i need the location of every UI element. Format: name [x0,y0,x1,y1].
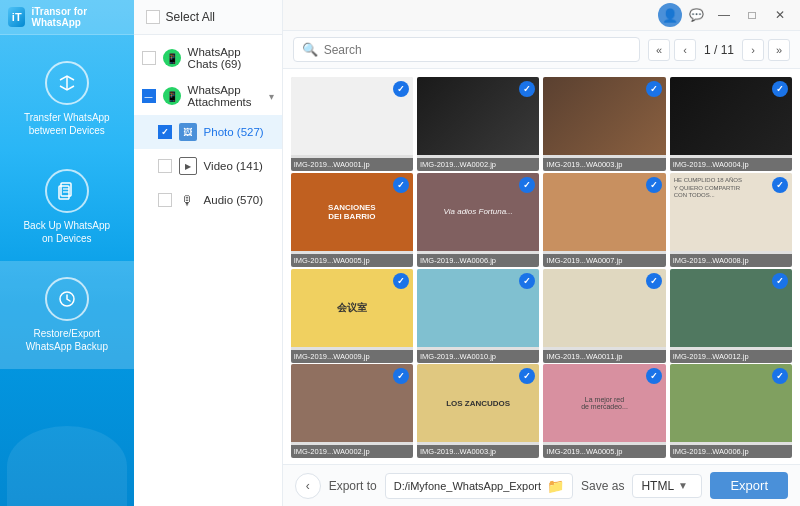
sidebar-item-backup-label: Back Up WhatsAppon Devices [23,219,110,245]
sidebar-item-backup[interactable]: Back Up WhatsAppon Devices [0,153,134,261]
photo-filename: IMG-2019...WA0009.jp [291,350,413,363]
next-page-button[interactable]: › [742,39,764,61]
main-content: 👤 💬 — □ ✕ 🔍 « ‹ 1 / 11 [283,0,800,506]
photo-filename: IMG-2019...WA0007.jp [543,254,665,267]
photo-cell[interactable]: La mejor redde mercadeo...✓IMG-2019...WA… [543,364,665,458]
message-button[interactable]: 💬 [682,4,710,26]
photo-filename: IMG-2019...WA0010.jp [417,350,539,363]
photo-check-icon[interactable]: ✓ [646,81,662,97]
sidebar-item-transfer[interactable]: Transfer WhatsAppbetween Devices [0,45,134,153]
prev-page-button[interactable]: ‹ [674,39,696,61]
photo-cell[interactable]: HE CUMPLIDO 18 AÑOSY QUIERO COMPARTIRCON… [670,173,792,267]
app-title: iTransor for WhatsApp [31,6,125,28]
photo-cell[interactable]: ✓IMG-2019...WA0011.jp [543,269,665,363]
sidebar-header: iT iTransor for WhatsApp [0,0,134,35]
photo-cell[interactable]: SANCIONESDEl BARRIO✓IMG-2019...WA0005.jp [291,173,413,267]
sidebar-brand: iT iTransor for WhatsApp [8,6,126,28]
video-label: Video (141) [204,160,274,172]
photo-cell[interactable]: ✓IMG-2019...WA0012.jp [670,269,792,363]
tree-item-attachments[interactable]: 📱 WhatsApp Attachments ▾ [134,77,282,115]
photo-check-icon[interactable]: ✓ [646,177,662,193]
photo-filename: IMG-2019...WA0006.jp [417,254,539,267]
profile-icon: 👤 [662,8,678,23]
profile-button[interactable]: 👤 [658,3,682,27]
select-all-label: Select All [166,10,215,24]
bottom-bar: ‹ Export to D:/iMyfone_WhatsApp_Export 📁… [283,464,800,506]
photo-cell[interactable]: ✓IMG-2019...WA0001.jp [291,77,413,171]
main-toolbar: 🔍 « ‹ 1 / 11 › » [283,31,800,69]
photo-cell[interactable]: ✓IMG-2019...WA0010.jp [417,269,539,363]
photo-check-icon[interactable]: ✓ [772,177,788,193]
minimize-button[interactable]: — [710,4,738,26]
video-icon: ▶ [178,156,198,176]
photo-check-icon[interactable]: ✓ [519,177,535,193]
audio-box-icon: 🎙 [179,191,197,209]
photo-check-icon[interactable]: ✓ [772,273,788,289]
photo-filename: IMG-2019...WA0006.jp [670,445,792,458]
photo-cell[interactable]: ✓IMG-2019...WA0004.jp [670,77,792,171]
whatsapp-chats-icon: 📱 [162,48,182,68]
photo-check-icon[interactable]: ✓ [772,81,788,97]
export-path-box: D:/iMyfone_WhatsApp_Export 📁 [385,473,573,499]
tree-item-video[interactable]: ▶ Video (141) [134,149,282,183]
maximize-button[interactable]: □ [738,4,766,26]
video-checkbox[interactable] [158,159,172,173]
photo-check-icon[interactable]: ✓ [646,273,662,289]
whatsapp-attach-icon: 📱 [163,87,181,105]
sidebar: iT iTransor for WhatsApp Transfer WhatsA… [0,0,134,506]
message-icon: 💬 [689,8,704,22]
photo-cell[interactable]: ✓IMG-2019...WA0006.jp [670,364,792,458]
photo-filename: IMG-2019...WA0012.jp [670,350,792,363]
sidebar-item-transfer-label: Transfer WhatsAppbetween Devices [24,111,110,137]
attachments-checkbox[interactable] [142,89,156,103]
chats-checkbox[interactable] [142,51,156,65]
save-as-dropdown[interactable]: HTML ▼ [632,474,702,498]
first-page-button[interactable]: « [648,39,670,61]
photo-cell[interactable]: ✓IMG-2019...WA0002.jp [417,77,539,171]
photo-checkbox[interactable] [158,125,172,139]
back-button[interactable]: ‹ [295,473,321,499]
last-page-button[interactable]: » [768,39,790,61]
photo-cell[interactable]: LOS ZANCUDOS✓IMG-2019...WA0003.jp [417,364,539,458]
photo-check-icon[interactable]: ✓ [646,368,662,384]
photo-check-icon[interactable]: ✓ [393,81,409,97]
tree-item-audio[interactable]: 🎙 Audio (570) [134,183,282,217]
photo-filename: IMG-2019...WA0005.jp [543,445,665,458]
transfer-icon [45,61,89,105]
restore-icon [45,277,89,321]
sidebar-item-restore[interactable]: Restore/ExportWhatsApp Backup [0,261,134,369]
photo-check-icon[interactable]: ✓ [519,273,535,289]
photo-filename: IMG-2019...WA0003.jp [543,158,665,171]
tree-header: Select All [134,0,282,35]
tree-item-photo[interactable]: 🖼 Photo (527) [134,115,282,149]
save-as-label: Save as [581,479,624,493]
photo-cell[interactable]: ✓IMG-2019...WA0003.jp [543,77,665,171]
photo-cell[interactable]: 会议室✓IMG-2019...WA0009.jp [291,269,413,363]
photo-filename: IMG-2019...WA0001.jp [291,158,413,171]
tree-item-chats[interactable]: 📱 WhatsApp Chats (69) [134,39,282,77]
dropdown-arrow-icon: ▼ [678,480,688,491]
audio-label: Audio (570) [204,194,274,206]
logo-text: iT [12,11,22,23]
sidebar-item-restore-label: Restore/ExportWhatsApp Backup [26,327,108,353]
audio-checkbox[interactable] [158,193,172,207]
photo-filename: IMG-2019...WA0005.jp [291,254,413,267]
photo-cell[interactable]: ✓IMG-2019...WA0007.jp [543,173,665,267]
whatsapp-icon: 📱 [163,49,181,67]
photo-cell[interactable]: ✓IMG-2019...WA0002.jp [291,364,413,458]
export-button[interactable]: Export [710,472,788,499]
expand-arrow-icon[interactable]: ▾ [269,91,274,102]
photo-check-icon[interactable]: ✓ [393,177,409,193]
folder-icon[interactable]: 📁 [547,478,564,494]
close-button[interactable]: ✕ [766,4,794,26]
photo-cell[interactable]: Via adios Fortuna...✓IMG-2019...WA0006.j… [417,173,539,267]
photo-label: Photo (527) [204,126,274,138]
photo-filename: IMG-2019...WA0011.jp [543,350,665,363]
attachments-label: WhatsApp Attachments [188,84,263,108]
search-input[interactable] [324,43,631,57]
select-all-checkbox[interactable] [146,10,160,24]
sidebar-decor [7,426,127,506]
back-icon: ‹ [306,479,310,493]
photo-filename: IMG-2019...WA0002.jp [417,158,539,171]
photo-check-icon[interactable]: ✓ [393,273,409,289]
